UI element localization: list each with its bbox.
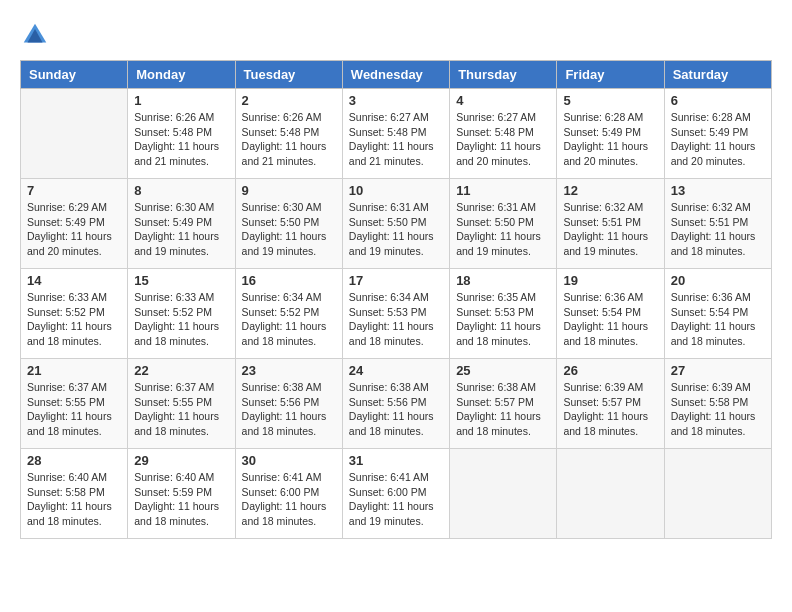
day-number: 12 [563, 183, 657, 198]
calendar-cell: 26Sunrise: 6:39 AM Sunset: 5:57 PM Dayli… [557, 359, 664, 449]
weekday-header-friday: Friday [557, 61, 664, 89]
calendar-cell: 30Sunrise: 6:41 AM Sunset: 6:00 PM Dayli… [235, 449, 342, 539]
day-info: Sunrise: 6:26 AM Sunset: 5:48 PM Dayligh… [242, 110, 336, 169]
calendar-cell [21, 89, 128, 179]
weekday-header-thursday: Thursday [450, 61, 557, 89]
day-number: 23 [242, 363, 336, 378]
day-info: Sunrise: 6:27 AM Sunset: 5:48 PM Dayligh… [349, 110, 443, 169]
calendar-cell: 4Sunrise: 6:27 AM Sunset: 5:48 PM Daylig… [450, 89, 557, 179]
calendar-cell: 5Sunrise: 6:28 AM Sunset: 5:49 PM Daylig… [557, 89, 664, 179]
day-info: Sunrise: 6:38 AM Sunset: 5:57 PM Dayligh… [456, 380, 550, 439]
day-number: 11 [456, 183, 550, 198]
day-number: 21 [27, 363, 121, 378]
calendar-cell [450, 449, 557, 539]
page-header [20, 20, 772, 50]
weekday-header-wednesday: Wednesday [342, 61, 449, 89]
day-info: Sunrise: 6:27 AM Sunset: 5:48 PM Dayligh… [456, 110, 550, 169]
day-number: 9 [242, 183, 336, 198]
day-info: Sunrise: 6:36 AM Sunset: 5:54 PM Dayligh… [671, 290, 765, 349]
day-number: 24 [349, 363, 443, 378]
calendar-cell: 10Sunrise: 6:31 AM Sunset: 5:50 PM Dayli… [342, 179, 449, 269]
day-info: Sunrise: 6:36 AM Sunset: 5:54 PM Dayligh… [563, 290, 657, 349]
calendar-cell: 25Sunrise: 6:38 AM Sunset: 5:57 PM Dayli… [450, 359, 557, 449]
calendar-cell: 29Sunrise: 6:40 AM Sunset: 5:59 PM Dayli… [128, 449, 235, 539]
day-number: 27 [671, 363, 765, 378]
calendar-cell: 22Sunrise: 6:37 AM Sunset: 5:55 PM Dayli… [128, 359, 235, 449]
day-info: Sunrise: 6:28 AM Sunset: 5:49 PM Dayligh… [563, 110, 657, 169]
day-number: 4 [456, 93, 550, 108]
day-number: 15 [134, 273, 228, 288]
day-info: Sunrise: 6:30 AM Sunset: 5:50 PM Dayligh… [242, 200, 336, 259]
day-number: 25 [456, 363, 550, 378]
weekday-header-sunday: Sunday [21, 61, 128, 89]
calendar-cell: 24Sunrise: 6:38 AM Sunset: 5:56 PM Dayli… [342, 359, 449, 449]
calendar-cell: 23Sunrise: 6:38 AM Sunset: 5:56 PM Dayli… [235, 359, 342, 449]
day-number: 20 [671, 273, 765, 288]
day-info: Sunrise: 6:33 AM Sunset: 5:52 PM Dayligh… [27, 290, 121, 349]
day-info: Sunrise: 6:29 AM Sunset: 5:49 PM Dayligh… [27, 200, 121, 259]
day-info: Sunrise: 6:33 AM Sunset: 5:52 PM Dayligh… [134, 290, 228, 349]
calendar-cell: 18Sunrise: 6:35 AM Sunset: 5:53 PM Dayli… [450, 269, 557, 359]
day-number: 29 [134, 453, 228, 468]
weekday-header-row: SundayMondayTuesdayWednesdayThursdayFrid… [21, 61, 772, 89]
day-number: 13 [671, 183, 765, 198]
day-number: 30 [242, 453, 336, 468]
day-info: Sunrise: 6:34 AM Sunset: 5:52 PM Dayligh… [242, 290, 336, 349]
day-number: 18 [456, 273, 550, 288]
day-info: Sunrise: 6:41 AM Sunset: 6:00 PM Dayligh… [349, 470, 443, 529]
calendar-week-row: 7Sunrise: 6:29 AM Sunset: 5:49 PM Daylig… [21, 179, 772, 269]
day-info: Sunrise: 6:41 AM Sunset: 6:00 PM Dayligh… [242, 470, 336, 529]
calendar-week-row: 1Sunrise: 6:26 AM Sunset: 5:48 PM Daylig… [21, 89, 772, 179]
calendar-cell: 11Sunrise: 6:31 AM Sunset: 5:50 PM Dayli… [450, 179, 557, 269]
calendar-table: SundayMondayTuesdayWednesdayThursdayFrid… [20, 60, 772, 539]
day-number: 16 [242, 273, 336, 288]
day-number: 8 [134, 183, 228, 198]
calendar-cell: 31Sunrise: 6:41 AM Sunset: 6:00 PM Dayli… [342, 449, 449, 539]
day-info: Sunrise: 6:40 AM Sunset: 5:59 PM Dayligh… [134, 470, 228, 529]
calendar-cell: 17Sunrise: 6:34 AM Sunset: 5:53 PM Dayli… [342, 269, 449, 359]
day-number: 28 [27, 453, 121, 468]
calendar-cell: 15Sunrise: 6:33 AM Sunset: 5:52 PM Dayli… [128, 269, 235, 359]
day-info: Sunrise: 6:40 AM Sunset: 5:58 PM Dayligh… [27, 470, 121, 529]
day-number: 3 [349, 93, 443, 108]
day-info: Sunrise: 6:32 AM Sunset: 5:51 PM Dayligh… [563, 200, 657, 259]
weekday-header-tuesday: Tuesday [235, 61, 342, 89]
calendar-cell: 27Sunrise: 6:39 AM Sunset: 5:58 PM Dayli… [664, 359, 771, 449]
calendar-cell: 13Sunrise: 6:32 AM Sunset: 5:51 PM Dayli… [664, 179, 771, 269]
calendar-cell: 12Sunrise: 6:32 AM Sunset: 5:51 PM Dayli… [557, 179, 664, 269]
day-info: Sunrise: 6:26 AM Sunset: 5:48 PM Dayligh… [134, 110, 228, 169]
calendar-cell: 14Sunrise: 6:33 AM Sunset: 5:52 PM Dayli… [21, 269, 128, 359]
day-info: Sunrise: 6:28 AM Sunset: 5:49 PM Dayligh… [671, 110, 765, 169]
logo-icon [20, 20, 50, 50]
day-info: Sunrise: 6:32 AM Sunset: 5:51 PM Dayligh… [671, 200, 765, 259]
day-info: Sunrise: 6:31 AM Sunset: 5:50 PM Dayligh… [456, 200, 550, 259]
weekday-header-monday: Monday [128, 61, 235, 89]
calendar-cell: 21Sunrise: 6:37 AM Sunset: 5:55 PM Dayli… [21, 359, 128, 449]
day-info: Sunrise: 6:37 AM Sunset: 5:55 PM Dayligh… [134, 380, 228, 439]
calendar-cell: 20Sunrise: 6:36 AM Sunset: 5:54 PM Dayli… [664, 269, 771, 359]
calendar-cell: 3Sunrise: 6:27 AM Sunset: 5:48 PM Daylig… [342, 89, 449, 179]
calendar-cell: 9Sunrise: 6:30 AM Sunset: 5:50 PM Daylig… [235, 179, 342, 269]
day-info: Sunrise: 6:30 AM Sunset: 5:49 PM Dayligh… [134, 200, 228, 259]
day-number: 17 [349, 273, 443, 288]
day-info: Sunrise: 6:38 AM Sunset: 5:56 PM Dayligh… [349, 380, 443, 439]
day-info: Sunrise: 6:34 AM Sunset: 5:53 PM Dayligh… [349, 290, 443, 349]
day-number: 7 [27, 183, 121, 198]
day-number: 10 [349, 183, 443, 198]
day-info: Sunrise: 6:31 AM Sunset: 5:50 PM Dayligh… [349, 200, 443, 259]
calendar-cell: 6Sunrise: 6:28 AM Sunset: 5:49 PM Daylig… [664, 89, 771, 179]
day-number: 6 [671, 93, 765, 108]
calendar-cell: 28Sunrise: 6:40 AM Sunset: 5:58 PM Dayli… [21, 449, 128, 539]
day-info: Sunrise: 6:39 AM Sunset: 5:57 PM Dayligh… [563, 380, 657, 439]
logo [20, 20, 54, 50]
day-number: 19 [563, 273, 657, 288]
day-number: 1 [134, 93, 228, 108]
day-info: Sunrise: 6:39 AM Sunset: 5:58 PM Dayligh… [671, 380, 765, 439]
day-info: Sunrise: 6:37 AM Sunset: 5:55 PM Dayligh… [27, 380, 121, 439]
calendar-cell: 19Sunrise: 6:36 AM Sunset: 5:54 PM Dayli… [557, 269, 664, 359]
calendar-cell: 16Sunrise: 6:34 AM Sunset: 5:52 PM Dayli… [235, 269, 342, 359]
calendar-week-row: 28Sunrise: 6:40 AM Sunset: 5:58 PM Dayli… [21, 449, 772, 539]
calendar-week-row: 21Sunrise: 6:37 AM Sunset: 5:55 PM Dayli… [21, 359, 772, 449]
day-number: 31 [349, 453, 443, 468]
calendar-cell [557, 449, 664, 539]
